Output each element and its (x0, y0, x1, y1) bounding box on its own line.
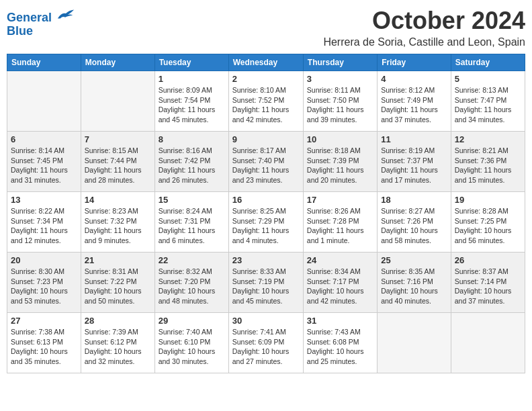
day-info: Sunrise: 7:40 AM Sunset: 6:10 PM Dayligh… (159, 327, 225, 367)
calendar-cell: 25Sunrise: 8:35 AM Sunset: 7:16 PM Dayli… (378, 253, 451, 313)
weekday-header-thursday: Thursday (303, 54, 377, 71)
day-number: 17 (307, 195, 373, 205)
day-number: 12 (455, 134, 521, 144)
day-info: Sunrise: 8:25 AM Sunset: 7:29 PM Dayligh… (232, 206, 300, 246)
calendar-cell: 12Sunrise: 8:21 AM Sunset: 7:36 PM Dayli… (451, 132, 525, 192)
calendar-cell: 26Sunrise: 8:37 AM Sunset: 7:14 PM Dayli… (451, 253, 525, 313)
day-number: 14 (85, 195, 151, 205)
logo-text: General (7, 7, 75, 25)
day-number: 16 (232, 195, 300, 205)
weekday-header-tuesday: Tuesday (154, 54, 228, 71)
day-info: Sunrise: 8:14 AM Sunset: 7:45 PM Dayligh… (11, 146, 77, 185)
calendar-week-row: 13Sunrise: 8:22 AM Sunset: 7:34 PM Dayli… (7, 192, 525, 253)
day-number: 31 (307, 316, 373, 326)
day-number: 21 (85, 255, 151, 265)
calendar-cell: 1Sunrise: 8:09 AM Sunset: 7:54 PM Daylig… (154, 71, 228, 132)
day-number: 8 (159, 134, 225, 144)
calendar-cell: 13Sunrise: 8:22 AM Sunset: 7:34 PM Dayli… (7, 192, 81, 253)
day-info: Sunrise: 8:10 AM Sunset: 7:52 PM Dayligh… (232, 85, 300, 125)
day-number: 5 (455, 74, 521, 84)
day-number: 13 (11, 195, 77, 205)
day-number: 28 (85, 316, 151, 326)
calendar-cell: 21Sunrise: 8:31 AM Sunset: 7:22 PM Dayli… (81, 253, 154, 313)
calendar-cell: 15Sunrise: 8:24 AM Sunset: 7:31 PM Dayli… (154, 192, 228, 253)
calendar-cell: 4Sunrise: 8:12 AM Sunset: 7:49 PM Daylig… (378, 71, 451, 132)
weekday-header-wednesday: Wednesday (228, 54, 303, 71)
day-number: 22 (159, 255, 225, 265)
day-number: 23 (232, 255, 300, 265)
calendar-cell: 8Sunrise: 8:16 AM Sunset: 7:42 PM Daylig… (154, 132, 228, 192)
day-info: Sunrise: 8:11 AM Sunset: 7:50 PM Dayligh… (307, 85, 373, 125)
day-number: 27 (11, 316, 77, 326)
day-number: 3 (307, 74, 373, 84)
calendar-cell: 17Sunrise: 8:26 AM Sunset: 7:28 PM Dayli… (303, 192, 377, 253)
day-info: Sunrise: 8:19 AM Sunset: 7:37 PM Dayligh… (381, 146, 447, 185)
day-info: Sunrise: 8:26 AM Sunset: 7:28 PM Dayligh… (307, 206, 373, 246)
calendar-cell (451, 313, 525, 373)
calendar-cell (378, 313, 451, 373)
calendar-cell: 27Sunrise: 7:38 AM Sunset: 6:13 PM Dayli… (7, 313, 81, 373)
day-info: Sunrise: 8:18 AM Sunset: 7:39 PM Dayligh… (307, 146, 373, 185)
calendar-cell (7, 71, 81, 132)
day-info: Sunrise: 7:39 AM Sunset: 6:12 PM Dayligh… (85, 327, 151, 367)
calendar-cell: 14Sunrise: 8:23 AM Sunset: 7:32 PM Dayli… (81, 192, 154, 253)
day-info: Sunrise: 7:41 AM Sunset: 6:09 PM Dayligh… (232, 327, 300, 367)
calendar-cell: 31Sunrise: 7:43 AM Sunset: 6:08 PM Dayli… (303, 313, 377, 373)
day-number: 6 (11, 134, 77, 144)
day-info: Sunrise: 8:24 AM Sunset: 7:31 PM Dayligh… (159, 206, 225, 246)
day-info: Sunrise: 8:30 AM Sunset: 7:23 PM Dayligh… (11, 267, 77, 306)
day-info: Sunrise: 8:15 AM Sunset: 7:44 PM Dayligh… (85, 146, 151, 185)
calendar-cell: 28Sunrise: 7:39 AM Sunset: 6:12 PM Dayli… (81, 313, 154, 373)
day-number: 2 (232, 74, 300, 84)
day-info: Sunrise: 8:35 AM Sunset: 7:16 PM Dayligh… (381, 267, 447, 306)
day-number: 29 (159, 316, 225, 326)
calendar-cell: 5Sunrise: 8:13 AM Sunset: 7:47 PM Daylig… (451, 71, 525, 132)
calendar-cell: 22Sunrise: 8:32 AM Sunset: 7:20 PM Dayli… (154, 253, 228, 313)
day-number: 9 (232, 134, 300, 144)
day-number: 30 (232, 316, 300, 326)
day-info: Sunrise: 8:31 AM Sunset: 7:22 PM Dayligh… (85, 267, 151, 306)
calendar-cell: 18Sunrise: 8:27 AM Sunset: 7:26 PM Dayli… (378, 192, 451, 253)
day-info: Sunrise: 8:12 AM Sunset: 7:49 PM Dayligh… (381, 85, 447, 125)
calendar-cell: 30Sunrise: 7:41 AM Sunset: 6:09 PM Dayli… (228, 313, 303, 373)
day-number: 7 (85, 134, 151, 144)
logo-bird-icon (56, 7, 75, 21)
calendar-cell (81, 71, 154, 132)
calendar-cell: 9Sunrise: 8:17 AM Sunset: 7:40 PM Daylig… (228, 132, 303, 192)
day-number: 1 (159, 74, 225, 84)
calendar-cell: 20Sunrise: 8:30 AM Sunset: 7:23 PM Dayli… (7, 253, 81, 313)
day-number: 15 (159, 195, 225, 205)
day-info: Sunrise: 8:16 AM Sunset: 7:42 PM Dayligh… (159, 146, 225, 185)
header: General Blue October 2024 Herrera de Sor… (7, 7, 525, 48)
weekday-header-sunday: Sunday (7, 54, 81, 71)
day-info: Sunrise: 8:33 AM Sunset: 7:19 PM Dayligh… (232, 267, 300, 306)
day-info: Sunrise: 8:28 AM Sunset: 7:25 PM Dayligh… (455, 206, 521, 246)
weekday-header-monday: Monday (81, 54, 154, 71)
calendar-week-row: 6Sunrise: 8:14 AM Sunset: 7:45 PM Daylig… (7, 132, 525, 192)
logo-blue-text: Blue (7, 25, 75, 38)
month-title: October 2024 (323, 7, 525, 35)
calendar-table: SundayMondayTuesdayWednesdayThursdayFrid… (7, 54, 525, 373)
logo: General Blue (7, 7, 75, 38)
day-info: Sunrise: 8:17 AM Sunset: 7:40 PM Dayligh… (232, 146, 300, 185)
calendar-week-row: 27Sunrise: 7:38 AM Sunset: 6:13 PM Dayli… (7, 313, 525, 373)
weekday-header-saturday: Saturday (451, 54, 525, 71)
calendar-week-row: 1Sunrise: 8:09 AM Sunset: 7:54 PM Daylig… (7, 71, 525, 132)
day-info: Sunrise: 8:09 AM Sunset: 7:54 PM Dayligh… (159, 85, 225, 125)
day-number: 11 (381, 134, 447, 144)
location-subtitle: Herrera de Soria, Castille and Leon, Spa… (323, 36, 525, 48)
calendar-cell: 19Sunrise: 8:28 AM Sunset: 7:25 PM Dayli… (451, 192, 525, 253)
day-info: Sunrise: 8:37 AM Sunset: 7:14 PM Dayligh… (455, 267, 521, 306)
calendar-cell: 16Sunrise: 8:25 AM Sunset: 7:29 PM Dayli… (228, 192, 303, 253)
day-info: Sunrise: 8:22 AM Sunset: 7:34 PM Dayligh… (11, 206, 77, 246)
day-number: 18 (381, 195, 447, 205)
day-number: 26 (455, 255, 521, 265)
calendar-week-row: 20Sunrise: 8:30 AM Sunset: 7:23 PM Dayli… (7, 253, 525, 313)
day-info: Sunrise: 8:23 AM Sunset: 7:32 PM Dayligh… (85, 206, 151, 246)
calendar-cell: 3Sunrise: 8:11 AM Sunset: 7:50 PM Daylig… (303, 71, 377, 132)
title-area: October 2024 Herrera de Soria, Castille … (323, 7, 525, 48)
calendar-cell: 23Sunrise: 8:33 AM Sunset: 7:19 PM Dayli… (228, 253, 303, 313)
calendar-cell: 29Sunrise: 7:40 AM Sunset: 6:10 PM Dayli… (154, 313, 228, 373)
calendar-cell: 10Sunrise: 8:18 AM Sunset: 7:39 PM Dayli… (303, 132, 377, 192)
day-number: 25 (381, 255, 447, 265)
